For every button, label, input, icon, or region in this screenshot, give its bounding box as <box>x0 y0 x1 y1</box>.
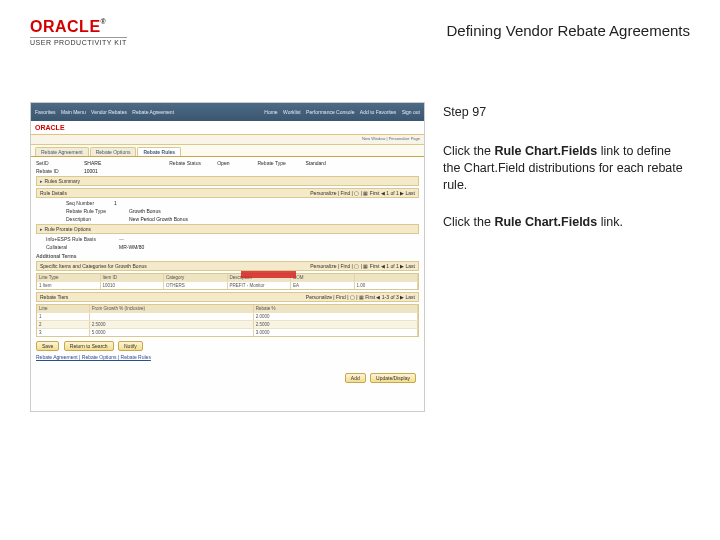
rule-details-label: Rule Details <box>40 190 67 196</box>
prorate-label: Rule Prorate Options <box>44 226 91 232</box>
crumb: Main Menu <box>61 109 86 115</box>
ss-action-buttons: Save Return to Search Notify <box>36 341 419 351</box>
notify-button[interactable]: Notify <box>118 341 143 351</box>
content-row: Favorites Main Menu Vendor Rebates Rebat… <box>0 102 720 412</box>
tab-rebate-options[interactable]: Rebate Options <box>90 147 137 156</box>
logo-subtitle: USER PRODUCTIVITY KIT <box>30 37 127 46</box>
label-setid: SetID <box>36 160 76 166</box>
ss-topnav: Home Worklist Performance Console Add to… <box>260 109 420 115</box>
nav-link[interactable]: Sign out <box>402 109 420 115</box>
ss-footer-right-buttons: Add Update/Display <box>345 373 419 383</box>
cell: 2.0000 <box>254 313 418 320</box>
nav-link[interactable]: Add to Favorites <box>360 109 396 115</box>
rules-summary-label: Rules Summary <box>44 178 80 184</box>
label-info: Info+ESPS Rule Basis <box>46 236 111 242</box>
cell: 5.0000 <box>90 329 254 336</box>
ss-topbar: Favorites Main Menu Vendor Rebates Rebat… <box>31 103 424 121</box>
instr-2a: Click the <box>443 215 494 229</box>
cell: OTHERS <box>164 282 228 289</box>
val-rebateid: 10001 <box>84 168 98 174</box>
grid-tiers: Line From Growth % (Inclusive) Rebate % … <box>36 304 419 337</box>
footer-links[interactable]: Rebate Agreement | Rebate Options | Reba… <box>36 354 419 360</box>
section-rules-summary[interactable]: ▸ Rules Summary <box>36 176 419 186</box>
rule-chartfields-highlight[interactable] <box>241 271 296 278</box>
instr-2b: Rule Chart.Fields <box>494 215 597 229</box>
logo-brand: ORACLE <box>30 18 101 35</box>
label-rtype: Rebate Rule Type <box>66 208 121 214</box>
oracle-logo: ORACLE® <box>30 18 127 36</box>
label-rebateid: Rebate ID <box>36 168 76 174</box>
col-linetype: Line Type <box>37 274 101 281</box>
embedded-screenshot: Favorites Main Menu Vendor Rebates Rebat… <box>30 102 425 412</box>
step-label: Step 97 <box>443 104 690 121</box>
instr-1a: Click the <box>443 144 494 158</box>
col-from-growth: From Growth % (Inclusive) <box>90 305 254 312</box>
cell: PREFIT - Monitor <box>228 282 292 289</box>
col-line: Line <box>37 305 90 312</box>
instr-2c: link. <box>597 215 623 229</box>
cell: 1 <box>37 313 90 320</box>
instruction-2: Click the Rule Chart.Fields link. <box>443 214 690 231</box>
logo-reg: ® <box>101 18 107 25</box>
val-collateral: MR-WM/80 <box>119 244 144 250</box>
ss-subnav[interactable]: New Window | Personalize Page <box>31 135 424 145</box>
cell: 1 Item <box>37 282 101 289</box>
addl-terms-heading: Additional Terms <box>36 253 419 259</box>
col-blank <box>355 274 419 281</box>
section-tiers: Rebate Tiers Personalize | Find | ▢ | ▦ … <box>36 292 419 302</box>
cell: EA <box>291 282 355 289</box>
instruction-1: Click the Rule Chart.Fields link to defi… <box>443 143 690 194</box>
update-button[interactable]: Update/Display <box>370 373 416 383</box>
add-button[interactable]: Add <box>345 373 366 383</box>
tab-rebate-rules[interactable]: Rebate Rules <box>137 147 181 156</box>
cell: 10010 <box>101 282 165 289</box>
grid-items: Line Type Item ID Category Description U… <box>36 273 419 290</box>
label-desc: Description <box>66 216 121 222</box>
label-type: Rebate Type <box>257 160 297 166</box>
cell <box>90 313 254 320</box>
instr-1b: Rule Chart.Fields <box>494 144 597 158</box>
paging[interactable]: Personalize | Find | ▢ | ▦ First ◀ 1 of … <box>310 263 415 269</box>
cell: 2.5000 <box>90 321 254 328</box>
ss-oracle-bar: ORACLE <box>31 121 424 135</box>
ss-tabs: Rebate Agreement Rebate Options Rebate R… <box>31 145 424 157</box>
page-title: Defining Vendor Rebate Agreements <box>447 22 691 39</box>
val-status: Open <box>217 160 229 166</box>
logo-block: ORACLE® USER PRODUCTIVITY KIT <box>30 18 127 46</box>
section-prorate[interactable]: ▸ Rule Prorate Options <box>36 224 419 234</box>
val-type: Standard <box>305 160 325 166</box>
nav-link[interactable]: Home <box>264 109 277 115</box>
cell: 3.0000 <box>254 329 418 336</box>
info-text: — <box>119 236 124 242</box>
nav-link[interactable]: Performance Console <box>306 109 354 115</box>
label-collateral: Collateral <box>46 244 111 250</box>
label-seq: Seq Number <box>66 200 106 206</box>
save-button[interactable]: Save <box>36 341 59 351</box>
col-uom: UOM <box>291 274 355 281</box>
col-category: Category <box>164 274 228 281</box>
val-desc: New Period Growth Bonus <box>129 216 188 222</box>
ss-oracle-logo: ORACLE <box>35 124 65 131</box>
crumb: Rebate Agreement <box>132 109 174 115</box>
instruction-panel: Step 97 Click the Rule Chart.Fields link… <box>443 102 690 412</box>
val-seq: 1 <box>114 200 117 206</box>
label-status: Rebate Status <box>169 160 209 166</box>
terms-line: Specific Items and Categories for Growth… <box>40 263 147 269</box>
crumb: Vendor Rebates <box>91 109 127 115</box>
section-terms: Specific Items and Categories for Growth… <box>36 261 419 271</box>
ss-breadcrumb: Favorites Main Menu Vendor Rebates Rebat… <box>35 109 178 115</box>
crumb: Favorites <box>35 109 56 115</box>
cell: 1.00 <box>355 282 419 289</box>
tab-rebate-agreement[interactable]: Rebate Agreement <box>35 147 89 156</box>
nav-link[interactable]: Worklist <box>283 109 301 115</box>
return-button[interactable]: Return to Search <box>64 341 114 351</box>
val-rtype: Growth Bonus <box>129 208 161 214</box>
col-rebate-pct: Rebate % <box>254 305 418 312</box>
val-setid: SHARE <box>84 160 101 166</box>
col-itemid: Item ID <box>101 274 165 281</box>
paging[interactable]: Personalize | Find | ▢ | ▦ First ◀ 1-3 o… <box>306 294 415 300</box>
cell: 2 <box>37 321 90 328</box>
section-rule-details: Rule Details Personalize | Find | ▢ | ▦ … <box>36 188 419 198</box>
page-header: ORACLE® USER PRODUCTIVITY KIT Defining V… <box>0 0 720 52</box>
paging[interactable]: Personalize | Find | ▢ | ▦ First ◀ 1 of … <box>310 190 415 196</box>
